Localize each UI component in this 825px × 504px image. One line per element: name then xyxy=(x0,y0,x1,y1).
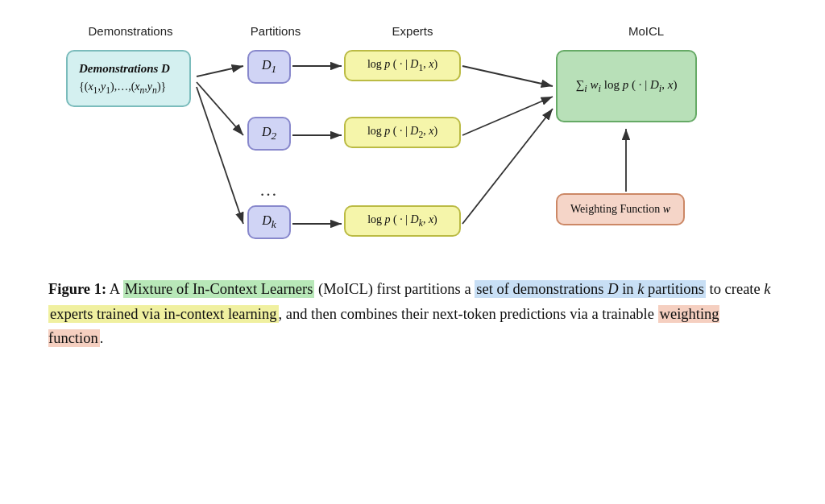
partition-dk: Dk xyxy=(247,205,291,239)
caption: Figure 1: A Mixture of In-Context Learne… xyxy=(48,277,777,351)
expert-1: log p ( · | D1, x) xyxy=(344,50,461,81)
caption-highlight-yellow: experts trained via in-context learning xyxy=(48,305,279,323)
col-label-moicl: MoICL xyxy=(628,24,664,38)
diagram-inner: Demonstrations Partitions Experts MoICL … xyxy=(66,24,759,250)
expert-2: log p ( · | D2, x) xyxy=(344,117,461,148)
diagram: Demonstrations Partitions Experts MoICL … xyxy=(48,24,777,258)
svg-line-1 xyxy=(197,66,243,76)
weight-label: Weighting Function w xyxy=(570,203,670,215)
dots: … xyxy=(259,180,277,200)
caption-text-5: . xyxy=(100,330,104,346)
demo-box: Demonstrations D {(x1,y1),…,(xn,yn)} xyxy=(66,50,191,107)
caption-text-3: to create k xyxy=(706,281,771,297)
expert-k: log p ( · | Dk, x) xyxy=(344,205,461,237)
caption-text-1: A xyxy=(110,281,123,297)
demo-line2: {(x1,y1),…,(xn,yn)} xyxy=(79,78,178,97)
svg-line-9 xyxy=(462,109,553,224)
caption-text-2: (MoICL) first partitions a xyxy=(314,281,475,297)
partition-d1: D1 xyxy=(247,50,291,84)
caption-highlight-green: Mixture of In-Context Learners xyxy=(123,280,315,298)
caption-highlight-blue: set of demonstrations D in k partitions xyxy=(475,280,706,298)
partition-d2: D2 xyxy=(247,117,291,151)
col-label-partitions: Partitions xyxy=(251,24,301,38)
caption-text-4: , and then combines their next-token pre… xyxy=(279,306,658,322)
col-label-experts: Experts xyxy=(392,24,433,38)
svg-line-8 xyxy=(462,97,553,135)
col-label-demonstrations: Demonstrations xyxy=(88,24,172,38)
demo-line1: Demonstrations D xyxy=(79,60,178,78)
moicl-box: ∑i wi log p ( · | Di, x) xyxy=(556,50,697,122)
weight-box: Weighting Function w xyxy=(556,193,685,225)
svg-line-3 xyxy=(197,87,243,224)
svg-line-2 xyxy=(197,82,243,135)
figure-label: Figure 1: xyxy=(48,281,106,297)
svg-line-7 xyxy=(462,66,553,86)
